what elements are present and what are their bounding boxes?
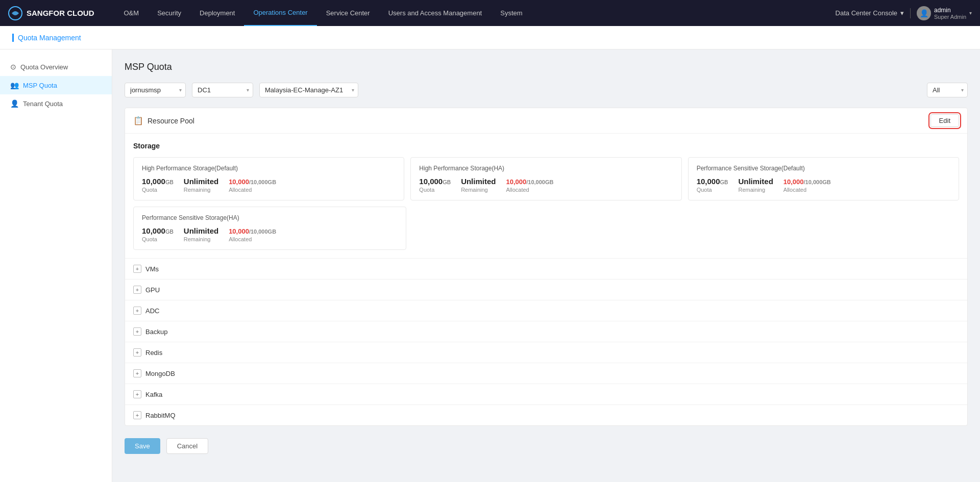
main-content: MSP Quota jornusmsp DC1 Malaysia-EC-Mana… <box>112 49 980 482</box>
storage-card-title-0: High Performance Storage(Default) <box>142 165 396 172</box>
metric-remaining-row2: Unlimited Remaining <box>184 226 218 242</box>
save-button[interactable]: Save <box>125 438 160 454</box>
storage-metrics-0: 10,000GB Quota Unlimited Remaining 10,00 <box>142 177 396 193</box>
resource-pool-label: Resource Pool <box>148 117 194 125</box>
sidebar-item-tenant-quota[interactable]: 👤 Tenant Quota <box>0 94 112 113</box>
footer-actions: Save Cancel <box>125 432 968 460</box>
storage-title: Storage <box>133 142 959 150</box>
nav-operations-center[interactable]: Operations Center <box>244 0 316 26</box>
collapsible-vms-label: VMs <box>145 265 159 273</box>
sidebar-item-msp-quota[interactable]: 👥 MSP Quota <box>0 76 112 94</box>
az-select[interactable]: Malaysia-EC-Manage-AZ1 <box>259 83 358 97</box>
remaining-value-2: Unlimited <box>738 177 773 186</box>
sidebar-label-msp-quota: MSP Quota <box>23 82 57 89</box>
sidebar: ⊙ Quota Overview 👥 MSP Quota 👤 Tenant Qu… <box>0 49 112 482</box>
storage-card-hp-default: High Performance Storage(Default) 10,000… <box>133 157 404 200</box>
quota-label-0: Quota <box>142 187 174 193</box>
nav-users-access[interactable]: Users and Access Management <box>379 0 492 26</box>
collapsible-adc-label: ADC <box>145 307 159 315</box>
console-selector[interactable]: Data Center Console ▾ <box>836 9 904 17</box>
allocated-value-1: 10,000/10,000GB <box>506 177 553 186</box>
avatar: 👤 <box>917 6 931 20</box>
quota-value-row2: 10,000GB <box>142 226 174 235</box>
username: admin <box>934 7 966 14</box>
storage-card-hp-ha: High Performance Storage(HA) 10,000GB Qu… <box>410 157 681 200</box>
collapsible-rabbitmq-label: RabbitMQ <box>145 412 176 419</box>
user-menu[interactable]: 👤 admin Super Admin ▾ <box>917 6 972 20</box>
collapsible-adc[interactable]: + ADC <box>125 300 967 321</box>
remaining-value-row2: Unlimited <box>184 226 218 235</box>
quota-overview-icon: ⊙ <box>10 63 16 71</box>
logo[interactable]: SANGFOR CLOUD <box>8 6 94 20</box>
storage-card-title-row2: Performance Sensitive Storage(HA) <box>142 214 398 221</box>
cancel-button[interactable]: Cancel <box>166 438 208 454</box>
expand-rabbitmq-icon: + <box>133 411 141 419</box>
metric-remaining-1: Unlimited Remaining <box>461 177 496 193</box>
collapsible-vms[interactable]: + VMs <box>125 258 967 279</box>
nav-system[interactable]: System <box>491 0 531 26</box>
user-chevron-icon: ▾ <box>969 10 972 16</box>
quota-label-2: Quota <box>697 187 728 193</box>
metric-remaining-2: Unlimited Remaining <box>738 177 773 193</box>
page-header: Quota Management <box>0 26 980 49</box>
storage-grid-row2: Performance Sensitive Storage(HA) 10,000… <box>133 207 959 250</box>
storage-card-ps-default: Performance Sensitive Storage(Default) 1… <box>688 157 959 200</box>
dc-filter[interactable]: DC1 <box>192 83 253 97</box>
metric-remaining-0: Unlimited Remaining <box>184 177 218 193</box>
msp-select[interactable]: jornusmsp <box>125 83 186 97</box>
nav-service-center[interactable]: Service Center <box>317 0 379 26</box>
allocated-label-row2: Allocated <box>229 236 276 242</box>
logo-text: SANGFOR CLOUD <box>27 9 94 17</box>
msp-filter[interactable]: jornusmsp <box>125 83 186 97</box>
allocated-value-row2: 10,000/10,000GB <box>229 226 276 235</box>
metric-allocated-row2: 10,000/10,000GB Allocated <box>229 226 276 242</box>
collapsible-kafka[interactable]: + Kafka <box>125 384 967 404</box>
metric-quota-1: 10,000GB Quota <box>419 177 451 193</box>
remaining-label-row2: Remaining <box>184 236 218 242</box>
collapsible-kafka-label: Kafka <box>145 391 162 398</box>
allocated-label-0: Allocated <box>229 187 276 193</box>
resource-card-title-group: 📋 Resource Pool <box>133 116 194 125</box>
nav-deployment[interactable]: Deployment <box>190 0 244 26</box>
view-all-select[interactable]: All <box>927 83 968 97</box>
collapsible-rabbitmq[interactable]: + RabbitMQ <box>125 404 967 425</box>
storage-grid-row1: High Performance Storage(Default) 10,000… <box>133 157 959 200</box>
dc-select[interactable]: DC1 <box>192 83 253 97</box>
collapsible-gpu[interactable]: + GPU <box>125 279 967 300</box>
nav-security[interactable]: Security <box>148 0 190 26</box>
storage-metrics-2: 10,000GB Quota Unlimited Remaining 10,00 <box>697 177 950 193</box>
console-chevron-icon: ▾ <box>900 9 904 17</box>
collapsible-redis[interactable]: + Redis <box>125 342 967 363</box>
nav-divider <box>910 8 911 18</box>
nav-om[interactable]: O&M <box>115 0 149 26</box>
metric-quota-row2: 10,000GB Quota <box>142 226 174 242</box>
user-info: admin Super Admin <box>934 7 966 20</box>
metric-quota-0: 10,000GB Quota <box>142 177 174 193</box>
collapsible-gpu-label: GPU <box>145 286 160 294</box>
allocated-label-1: Allocated <box>506 187 553 193</box>
collapsible-mongodb-label: MongoDB <box>145 370 175 377</box>
resource-pool-icon: 📋 <box>133 116 143 125</box>
logo-icon <box>8 6 22 20</box>
edit-button[interactable]: Edit <box>930 114 959 127</box>
page-title: Quota Management <box>12 34 81 42</box>
collapsible-backup[interactable]: + Backup <box>125 321 967 342</box>
topnav-right: Data Center Console ▾ 👤 admin Super Admi… <box>836 6 972 20</box>
sidebar-item-quota-overview[interactable]: ⊙ Quota Overview <box>0 58 112 76</box>
console-label: Data Center Console <box>836 9 897 17</box>
collapsible-mongodb[interactable]: + MongoDB <box>125 363 967 384</box>
user-role: Super Admin <box>934 14 966 20</box>
remaining-value-1: Unlimited <box>461 177 496 186</box>
quota-label-1: Quota <box>419 187 451 193</box>
quota-label-row2: Quota <box>142 236 174 242</box>
storage-card-ps-ha: Performance Sensitive Storage(HA) 10,000… <box>133 207 406 250</box>
view-all-filter[interactable]: All <box>927 83 968 97</box>
sidebar-label-tenant-quota: Tenant Quota <box>23 100 63 108</box>
expand-gpu-icon: + <box>133 286 141 294</box>
expand-kafka-icon: + <box>133 390 141 398</box>
az-filter[interactable]: Malaysia-EC-Manage-AZ1 <box>259 83 358 97</box>
expand-redis-icon: + <box>133 348 141 357</box>
resource-card-header: 📋 Resource Pool Edit <box>125 108 967 134</box>
resource-pool-card: 📋 Resource Pool Edit Storage High Perfor… <box>125 108 968 426</box>
metric-quota-2: 10,000GB Quota <box>697 177 728 193</box>
